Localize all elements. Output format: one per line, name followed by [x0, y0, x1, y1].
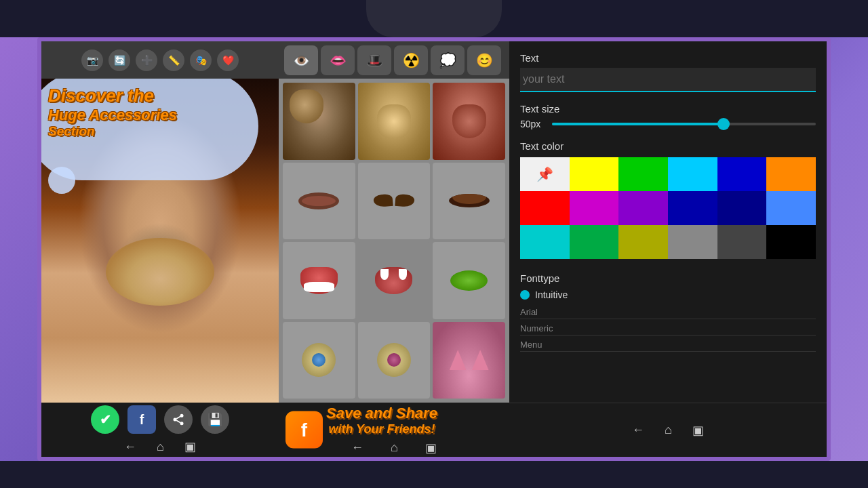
- facebook-button[interactable]: f: [127, 405, 156, 434]
- color-gray[interactable]: [668, 225, 717, 259]
- size-row: 50px: [520, 119, 816, 129]
- effects-icon[interactable]: 🎭: [190, 49, 212, 71]
- color-navy[interactable]: [668, 191, 717, 225]
- mid-recents-icon[interactable]: ▣: [425, 441, 437, 455]
- top-decoration: [366, 0, 502, 37]
- left-phone-panel: 📷 🔄 ➕ 📏 🎭 ❤️ Discover the Huge Accessori…: [41, 41, 279, 457]
- color-orange[interactable]: [766, 157, 816, 191]
- discover-overlay: Discover the Huge Accessories Section: [48, 85, 177, 139]
- acc-roar-mouth[interactable]: [433, 83, 505, 160]
- acc-eye-right[interactable]: [358, 322, 431, 399]
- discover-line3: Section: [48, 124, 177, 139]
- font-option-intuitive[interactable]: Intuitive: [520, 289, 816, 300]
- text-size-section: Text size 50px: [520, 103, 816, 129]
- whatsapp-button[interactable]: ✔: [91, 405, 119, 434]
- save-button[interactable]: 💾: [201, 405, 229, 434]
- acc-wolf-face[interactable]: [283, 83, 355, 160]
- color-green[interactable]: [618, 157, 668, 191]
- discover-line2: Huge Accessories: [48, 106, 177, 124]
- right-nav-icons: ← ⌂ ▣: [632, 423, 704, 438]
- crop-icon[interactable]: 📏: [163, 49, 184, 71]
- right-phone-panel: Text Text size 50px Tex: [509, 41, 827, 457]
- slider-thumb[interactable]: [717, 118, 730, 130]
- size-slider[interactable]: [552, 123, 816, 125]
- color-dark-green[interactable]: [570, 225, 619, 259]
- acc-dark-lips[interactable]: [283, 163, 355, 240]
- acc-vampire-mouth[interactable]: [358, 242, 431, 319]
- svg-point-1: [174, 418, 177, 422]
- mid-nav-icons: ← ⌂ ▣: [351, 441, 437, 455]
- acc-lion-face[interactable]: [358, 83, 431, 160]
- size-label: Text size: [520, 103, 816, 115]
- tab-lips[interactable]: 👄: [321, 45, 355, 75]
- text-input[interactable]: [520, 68, 816, 92]
- color-black[interactable]: [766, 225, 816, 259]
- share-button[interactable]: [164, 405, 193, 434]
- font-item-menu[interactable]: Menu: [520, 338, 816, 352]
- acc-cat-ears[interactable]: [433, 322, 505, 399]
- color-olive[interactable]: [618, 225, 668, 259]
- photo-area[interactable]: Discover the Huge Accessories Section: [41, 79, 279, 403]
- fonttype-label: Fonttype: [520, 272, 816, 284]
- acc-mustache-1[interactable]: [358, 163, 431, 240]
- tab-bubble[interactable]: 💭: [431, 45, 465, 75]
- fonttype-section: Fonttype Intuitive Arial Numeric Menu: [520, 272, 816, 352]
- acc-green-lips[interactable]: [433, 242, 505, 319]
- font-item-arial[interactable]: Arial: [520, 306, 816, 319]
- right-home-icon[interactable]: ⌂: [665, 423, 672, 437]
- left-bottom-bar: ✔ f 💾 ← ⌂ ▣: [41, 403, 279, 457]
- tab-eyes[interactable]: 👁️: [284, 45, 318, 75]
- color-purple[interactable]: [618, 191, 668, 225]
- right-recents-icon[interactable]: ▣: [692, 423, 704, 438]
- color-teal[interactable]: [520, 225, 570, 259]
- font-intuitive-label: Intuitive: [535, 289, 568, 300]
- mid-bottom-bar: f Save and Share with Your Friends! ← ⌂ …: [279, 403, 509, 457]
- main-container: 📷 🔄 ➕ 📏 🎭 ❤️ Discover the Huge Accessori…: [37, 37, 831, 461]
- font-item-numeric[interactable]: Numeric: [520, 322, 816, 336]
- save-share-overlay: Save and Share with Your Friends!: [326, 405, 437, 436]
- color-dark-blue[interactable]: [717, 191, 767, 225]
- tab-emoji[interactable]: 😊: [467, 45, 501, 75]
- share-icons-row: ✔ f 💾: [91, 405, 229, 434]
- save-share-line2: with Your Friends!: [326, 422, 437, 436]
- mid-back-icon[interactable]: ←: [351, 441, 363, 455]
- color-red[interactable]: [520, 191, 570, 225]
- acc-open-lips[interactable]: [283, 242, 355, 319]
- tab-hat[interactable]: 🎩: [357, 45, 391, 75]
- add-icon[interactable]: ➕: [136, 49, 157, 71]
- color-dark-gray[interactable]: [717, 225, 767, 259]
- recents-nav-icon[interactable]: ▣: [184, 439, 196, 454]
- rotate-icon[interactable]: 🔄: [108, 49, 130, 71]
- svg-line-4: [176, 416, 180, 418]
- color-magenta[interactable]: [570, 191, 619, 225]
- accessories-grid: [279, 79, 509, 403]
- app-background: 📷 🔄 ➕ 📏 🎭 ❤️ Discover the Huge Accessori…: [0, 0, 868, 488]
- color-white[interactable]: 📌: [520, 157, 570, 191]
- text-input-section: Text: [520, 52, 816, 92]
- radio-intuitive: [520, 290, 530, 300]
- back-nav-icon[interactable]: ←: [124, 440, 136, 454]
- home-nav-icon[interactable]: ⌂: [157, 440, 164, 454]
- right-back-icon[interactable]: ←: [632, 423, 644, 437]
- mid-phone-panel: 👁️ 👄 🎩 ☢️ 💭 😊: [279, 41, 509, 457]
- mid-home-icon[interactable]: ⌂: [391, 441, 398, 455]
- acc-mustache-2[interactable]: [433, 163, 505, 240]
- top-icon-bar: 📷 🔄 ➕ 📏 🎭 ❤️: [41, 41, 279, 79]
- color-blue[interactable]: [717, 157, 767, 191]
- camera-icon[interactable]: 📷: [81, 49, 103, 71]
- acc-eye-left[interactable]: [283, 322, 355, 399]
- text-panel-content: Text Text size 50px Tex: [509, 41, 827, 403]
- svg-line-3: [176, 420, 180, 422]
- color-cyan[interactable]: [668, 157, 717, 191]
- favorite-icon[interactable]: ❤️: [217, 49, 239, 71]
- svg-point-2: [180, 422, 184, 425]
- color-yellow[interactable]: [570, 157, 619, 191]
- size-value: 50px: [520, 119, 544, 129]
- slider-track: [552, 123, 724, 125]
- facebook-share-button[interactable]: f: [285, 411, 323, 449]
- tab-hazard[interactable]: ☢️: [394, 45, 428, 75]
- accessories-tabs: 👁️ 👄 🎩 ☢️ 💭 😊: [279, 41, 509, 79]
- color-light-blue[interactable]: [766, 191, 816, 225]
- svg-point-0: [180, 414, 184, 418]
- text-color-section: Text color 📌: [520, 140, 816, 259]
